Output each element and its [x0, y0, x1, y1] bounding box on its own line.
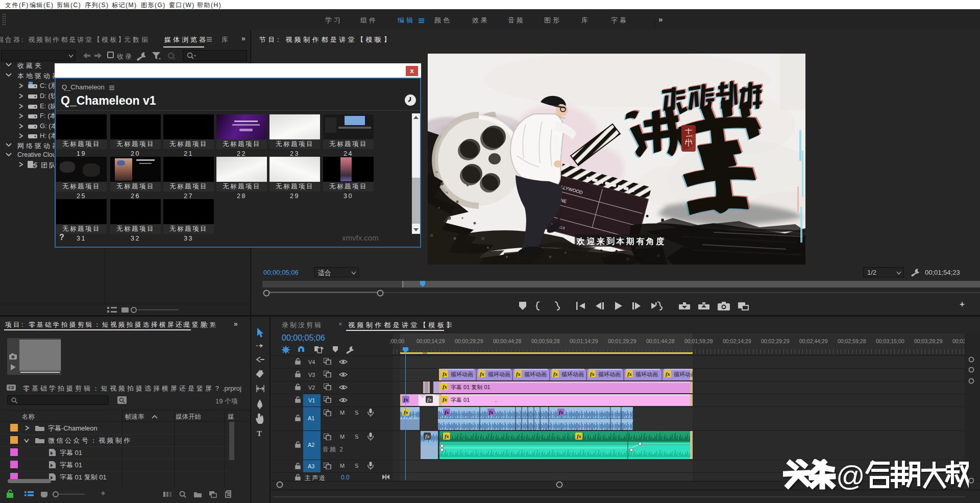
- svg-text:T: T: [257, 429, 262, 438]
- svg-text:fx: fx: [445, 410, 449, 415]
- svg-text:fx: fx: [489, 410, 494, 415]
- svg-text:fx: fx: [425, 434, 430, 439]
- svg-text:循环动画: 循环动画: [451, 371, 473, 377]
- svg-text:fx: fx: [480, 371, 484, 377]
- svg-text:fx: fx: [443, 384, 447, 390]
- svg-text:fx: fx: [553, 371, 558, 377]
- svg-text:fx: fx: [427, 397, 432, 402]
- svg-text:欢迎来到本期有角度: 欢迎来到本期有角度: [576, 236, 666, 246]
- svg-text:循环动画: 循环动画: [524, 371, 547, 377]
- svg-text:字幕 01 复制 01: 字幕 01 复制 01: [451, 384, 491, 390]
- svg-text:fx: fx: [443, 371, 447, 377]
- svg-text:fx: fx: [443, 397, 447, 402]
- svg-text:循环动画: 循环动画: [488, 371, 510, 377]
- svg-text:循环动画: 循环动画: [635, 371, 658, 377]
- svg-text:fx: fx: [445, 434, 449, 439]
- svg-text:循环动画: 循环动画: [561, 371, 584, 377]
- svg-text:fx: fx: [559, 410, 564, 415]
- svg-text:fx: fx: [404, 397, 408, 402]
- svg-text:循环动画: 循环动画: [598, 371, 621, 377]
- svg-text:@: @: [836, 460, 865, 490]
- svg-text:fx: fx: [404, 410, 408, 415]
- svg-text:fx: fx: [590, 371, 595, 377]
- svg-text:字幕 01: 字幕 01: [451, 397, 470, 403]
- svg-text:.: .: [495, 397, 497, 403]
- svg-text:循环动画.mov [53.83%]: 循环动画.mov [53.83%]: [674, 371, 732, 377]
- svg-text:fx: fx: [577, 434, 581, 439]
- svg-text:fx: fx: [666, 371, 670, 377]
- svg-text:fx: fx: [516, 371, 521, 377]
- svg-text:fx: fx: [627, 371, 632, 377]
